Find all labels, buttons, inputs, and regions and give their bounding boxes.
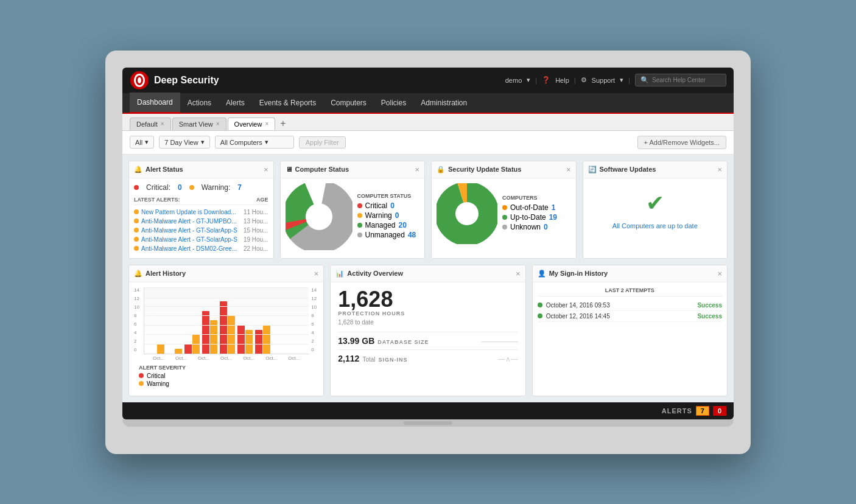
signin-row-1: October 12, 2016 14:45 Success [538,311,722,322]
view-filter[interactable]: 7 Day View ▾ [159,136,209,149]
warning-dot [189,185,194,190]
critical-dot [134,185,139,190]
alert-row: New Pattern Update is Download... 11 Hou… [134,208,268,217]
nav-alerts[interactable]: Alerts [219,93,252,113]
support-link[interactable]: Support [592,77,616,84]
alert-bell-icon: 🔔 [134,166,142,173]
add-tab-button[interactable]: + [276,118,289,129]
software-updates-message[interactable]: All Computers are up to date [612,222,698,229]
brand: Deep Security [130,71,219,90]
user-menu[interactable]: demo [505,77,522,84]
top-bar-right: demo ▾ | ❓ Help | ⚙ Support ▾ | 🔍 Search… [505,74,726,86]
signin-1-status[interactable]: Success [697,313,722,320]
apply-filter-button[interactable]: Apply Filter [299,136,346,149]
alert-row: Anti-Malware Alert - GT-JUMPBO... 13 Hou… [134,217,268,226]
computer-status-chart [286,183,353,250]
gridline [144,287,309,288]
warning-count-badge[interactable]: 7 [696,406,709,416]
alerts-col-label: LATEST ALERTS: [134,197,180,203]
signin-0-status[interactable]: Success [697,302,722,309]
signin-history-close[interactable]: × [717,269,722,278]
alert-status-widget: 🔔 Alert Status × Critical: 0 Warning: 7 [128,161,274,259]
warning-val[interactable]: 7 [237,183,242,192]
activity-overview-title: 📊 Activity Overview [335,270,403,278]
chart-area: 0 2 4 6 8 10 12 14 [129,282,323,396]
gridline [144,298,309,298]
computers-filter-dropdown-icon: ▾ [265,138,268,146]
cs-legend-unmanaged: Unmanaged 48 [357,231,416,239]
alert-link-4[interactable]: Anti-Malware Alert - DSM02-Gree... [134,245,237,252]
tab-smart-view-close[interactable]: × [216,121,220,127]
bar-critical-2 [184,344,192,354]
cs-legend-area: COMPUTER STATUS Critical 0 Warning 0 [357,193,416,240]
alert-history-title: 🔔 Alert History [134,270,186,278]
computer-status-close[interactable]: × [415,165,419,174]
severity-warning-dot [139,381,144,386]
all-filter[interactable]: All ▾ [130,136,154,149]
alert-status-close[interactable]: × [264,165,268,174]
user-icon: 👤 [538,270,546,278]
software-updates-header: 🔄 Software Updates × [583,161,728,178]
help-link[interactable]: Help [555,77,569,84]
nav-actions[interactable]: Actions [180,93,219,113]
alert-history-close[interactable]: × [314,269,319,278]
nav-administration[interactable]: Administration [413,93,474,113]
signin-body: LAST 2 ATTEMPTS October 14, 2016 09:53 S… [533,282,727,327]
top-bar: Deep Security demo ▾ | ❓ Help | ⚙ Suppor… [122,68,734,93]
bar-critical-3 [202,311,209,354]
su-outofdate-dot [502,205,507,210]
signin-attempts-title: LAST 2 ATTEMPTS [538,287,722,296]
svg-point-7 [306,203,332,230]
computers-filter[interactable]: All Computers ▾ [215,136,294,149]
critical-val[interactable]: 0 [178,183,182,192]
gridline [144,344,309,345]
tab-default-close[interactable]: × [161,121,164,127]
add-remove-widgets-button[interactable]: + Add/Remove Widgets... [637,136,726,149]
chart-plot-area [144,287,309,354]
critical-count-badge[interactable]: 0 [713,406,726,416]
alert-history-bell-icon: 🔔 [134,270,142,278]
nav-events-reports[interactable]: Events & Reports [252,93,323,113]
tab-overview-close[interactable]: × [265,121,268,127]
activity-overview-close[interactable]: × [516,269,521,278]
signin-0-dot [538,303,542,307]
status-alerts-label: ALERTS [662,407,692,415]
tab-smart-view-label: Smart View [179,121,213,128]
checkmark-icon: ✔ [646,191,664,216]
search-placeholder: Search Help Center [652,77,706,83]
tab-overview[interactable]: Overview × [228,117,276,130]
alert-4-age: 22 Hou... [244,245,268,252]
search-box[interactable]: 🔍 Search Help Center [635,74,726,86]
alert-link-2[interactable]: Anti-Malware Alert - GT-SolarApp-S [134,227,237,234]
nav-dashboard[interactable]: Dashboard [130,93,180,113]
security-update-header: 🔒 Security Update Status × [432,161,576,178]
su-unknown-dot [502,225,507,229]
alert-link-1[interactable]: Anti-Malware Alert - GT-JUMPBO... [134,218,237,225]
nav-computers[interactable]: Computers [323,93,374,113]
bar-warning-0 [157,344,164,354]
lock-icon: 🔒 [437,166,445,173]
cs-legend-warning: Warning 0 [357,211,416,220]
alert-link-3[interactable]: Anti-Malware Alert - GT-SolarApp-S [134,236,237,243]
alert-row: Anti-Malware Alert - DSM02-Gree... 22 Ho… [134,244,268,253]
cs-legend-critical: Critical 0 [357,201,416,210]
activity-overview-widget: 📊 Activity Overview × 1,628 PROTECTION H… [330,265,525,396]
cs-legend-managed: Managed 20 [357,221,416,229]
support-dropdown-icon[interactable]: ▾ [620,76,623,84]
su-legend-unknown: Unknown 0 [502,223,557,231]
security-update-close[interactable]: × [566,165,571,174]
bar-warning-1 [175,349,182,354]
su-legend-outofdate: Out-of-Date 1 [502,203,557,212]
bar-group-5 [237,325,253,354]
user-dropdown-icon[interactable]: ▾ [527,76,530,84]
tab-default[interactable]: Default × [130,117,171,130]
severity-warning-row: Warning [139,380,314,387]
db-size-value: 13.99 GB [338,336,374,346]
alert-status-title: 🔔 Alert Status [134,166,183,173]
nav-policies[interactable]: Policies [374,93,413,113]
alert-link-0[interactable]: New Pattern Update is Download... [134,209,236,215]
tab-smart-view[interactable]: Smart View × [172,117,226,130]
bar-group-0 [149,344,164,354]
security-update-title: 🔒 Security Update Status [437,166,521,173]
software-updates-close[interactable]: × [717,165,722,174]
